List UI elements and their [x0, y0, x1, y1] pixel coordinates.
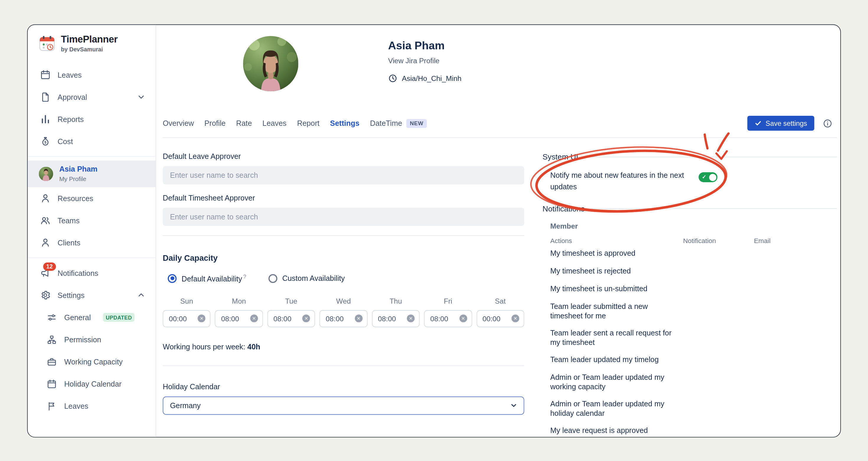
section-rule	[585, 156, 837, 157]
day-label: Mon	[215, 297, 263, 305]
holiday-calendar-select[interactable]: Germany	[163, 396, 524, 414]
tab-profile[interactable]: Profile	[204, 119, 225, 127]
check-icon: ✓	[702, 174, 707, 180]
profile-photo	[243, 36, 299, 92]
calendar-icon	[40, 69, 51, 80]
clock-icon	[388, 73, 397, 83]
timeplanner-window: TimePlanner by DevSamurai Leaves	[27, 25, 841, 438]
timesheet-approver-field[interactable]	[163, 208, 524, 226]
leave-approver-input[interactable]	[169, 171, 518, 180]
time-input-thu[interactable]: 08:00 ✕	[372, 310, 420, 327]
radio-custom-availability[interactable]: Custom Availability	[268, 274, 345, 283]
member-group-label: Member	[550, 222, 837, 230]
tab-overview[interactable]: Overview	[163, 119, 194, 127]
sidebar-subitem-working-capacity[interactable]: Working Capacity	[28, 350, 156, 373]
time-input-sat[interactable]: 00:00 ✕	[476, 310, 524, 327]
day-label: Tue	[267, 297, 315, 305]
check-icon: ✓	[691, 335, 695, 340]
sidebar-item-teams[interactable]: Teams	[28, 209, 156, 232]
clear-icon[interactable]: ✕	[302, 314, 310, 322]
row-label: Team leader submitted a new timesheet fo…	[550, 302, 683, 321]
leave-approver-field[interactable]	[163, 166, 524, 185]
sidebar-item-resources[interactable]: Resources	[28, 187, 156, 209]
notification-row: Team leader updated my timelog ✓ ✓	[550, 351, 837, 369]
radio-selected-dot	[168, 274, 177, 283]
sidebar-subitem-holiday-calendar[interactable]: Holiday Calendar	[28, 373, 156, 395]
sidebar-item-reports[interactable]: Reports	[28, 108, 156, 130]
sidebar-subitem-label: Permission	[64, 335, 101, 343]
person-icon	[40, 237, 51, 248]
tab-settings[interactable]: Settings	[330, 119, 360, 127]
time-input-fri[interactable]: 08:00 ✕	[424, 310, 472, 327]
leave-approver-label: Default Leave Approver	[163, 152, 524, 161]
sidebar-item-notifications[interactable]: 12 Notifications	[28, 262, 156, 284]
tab-datetime[interactable]: DateTime NEW	[370, 119, 427, 128]
sidebar-item-leaves[interactable]: Leaves	[28, 64, 156, 86]
tab-rate[interactable]: Rate	[236, 119, 252, 127]
sidebar-subitem-permission[interactable]: Permission	[28, 329, 156, 350]
notification-row: Admin or Team leader updated my working …	[550, 369, 837, 395]
notification-row: My timesheet is rejected ✓ ✓	[550, 262, 837, 280]
document-icon	[40, 91, 51, 102]
clear-icon[interactable]: ✕	[459, 314, 467, 322]
clear-icon[interactable]: ✕	[250, 314, 258, 322]
sidebar-item-settings[interactable]: Settings	[28, 284, 156, 306]
chevron-down-icon	[510, 402, 517, 409]
check-icon: ✓	[762, 428, 766, 433]
sidebar-item-clients[interactable]: Clients	[28, 232, 156, 254]
radio-default-availability[interactable]: Default Availability?	[168, 274, 246, 283]
time-input-wed[interactable]: 08:00 ✕	[319, 310, 367, 327]
sidebar-subitem-leaves[interactable]: Leaves	[28, 395, 156, 417]
tab-report[interactable]: Report	[297, 119, 319, 127]
time-input-sun[interactable]: 00:00 ✕	[163, 310, 211, 327]
time-input-tue[interactable]: 08:00 ✕	[267, 310, 315, 327]
column-email: Email	[754, 237, 837, 245]
time-input-mon[interactable]: 08:00 ✕	[215, 310, 263, 327]
briefcase-icon	[46, 356, 57, 367]
clear-icon[interactable]: ✕	[407, 314, 414, 322]
column-actions: Actions	[550, 237, 683, 245]
timesheet-approver-input[interactable]	[169, 212, 518, 221]
time-value: 08:00	[378, 314, 396, 322]
sliders-icon	[46, 312, 57, 323]
main-content: Asia Pham View Jira Profile Asia/Ho_Chi_…	[156, 25, 841, 437]
sidebar-item-approval[interactable]: Approval	[28, 86, 156, 108]
bar-chart-icon	[40, 114, 51, 125]
check-icon: ✓	[762, 335, 766, 340]
clear-icon[interactable]: ✕	[198, 314, 206, 322]
settings-form: Default Leave Approver Default Timesheet…	[163, 152, 524, 437]
gear-icon	[40, 290, 51, 301]
sidebar-item-my-profile[interactable]: Asia Pham My Profile	[28, 161, 156, 187]
tab-leaves[interactable]: Leaves	[262, 119, 287, 127]
day-label: Sat	[476, 297, 524, 305]
notification-row: Team leader sent a recall request for my…	[550, 324, 837, 351]
app-logo-row: TimePlanner by DevSamurai	[28, 34, 156, 53]
clear-icon[interactable]: ✕	[354, 314, 362, 322]
timezone-row: Asia/Ho_Chi_Minh	[388, 73, 461, 83]
avatar	[39, 166, 53, 181]
notifications-title: Notifications	[542, 204, 585, 213]
system-ui-section-header: System UI	[542, 152, 837, 161]
section-divider	[163, 365, 524, 366]
sidebar-item-cost[interactable]: $ Cost	[28, 130, 156, 152]
notify-new-features-toggle[interactable]: ✓	[699, 172, 717, 182]
time-value: 08:00	[430, 314, 448, 322]
clear-icon[interactable]: ✕	[512, 314, 519, 322]
check-icon: ✓	[762, 286, 766, 291]
app-title: TimePlanner	[61, 34, 118, 45]
sidebar-subitem-label: Holiday Calendar	[64, 379, 122, 388]
sidebar-profile-name: Asia Pham	[59, 166, 97, 174]
save-settings-button[interactable]: Save settings	[747, 116, 814, 131]
notifications-table-header: Actions Notification Email	[550, 237, 837, 245]
view-jira-profile-link[interactable]: View Jira Profile	[388, 56, 461, 65]
day-label: Thu	[372, 297, 420, 305]
help-icon[interactable]: ?	[243, 274, 246, 280]
sidebar-subitem-general[interactable]: General UPDATED	[28, 306, 156, 329]
check-icon: ✓	[691, 268, 695, 274]
sidebar-item-label: Teams	[58, 216, 147, 224]
info-icon[interactable]	[823, 118, 833, 128]
sidebar-item-label: Reports	[58, 115, 147, 123]
screenshot-stage: TimePlanner by DevSamurai Leaves	[0, 0, 868, 461]
check-icon: ✓	[762, 379, 766, 384]
holiday-calendar-value: Germany	[170, 401, 201, 409]
